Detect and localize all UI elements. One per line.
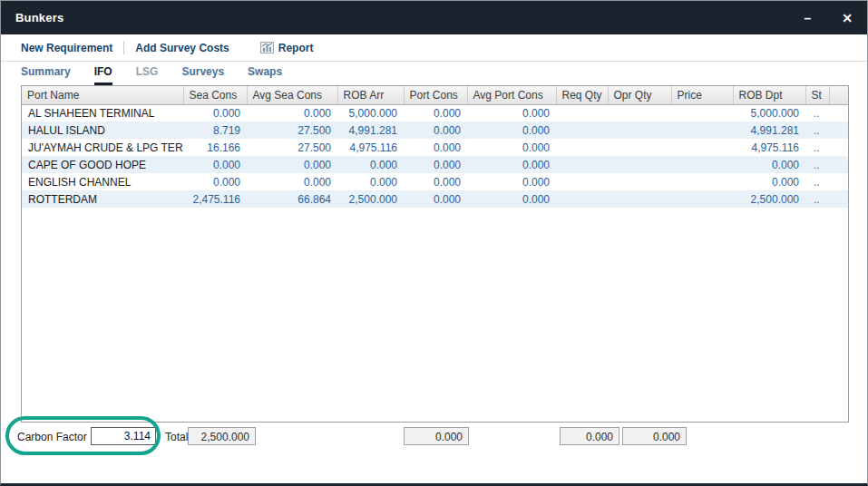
cell-req-qty	[556, 173, 608, 190]
carbon-factor-label: Carbon Factor	[17, 431, 87, 443]
cell-opr-qty	[608, 173, 671, 190]
bunkers-table-container: Port NameSea ConsAvg Sea ConsROB ArrPort…	[21, 85, 849, 423]
tab-summary[interactable]: Summary	[21, 65, 71, 85]
cell-filler	[829, 122, 849, 139]
column-header-avg-port-cons[interactable]: Avg Port Cons	[467, 86, 556, 104]
cell-price	[671, 190, 733, 208]
carbon-factor-input[interactable]	[91, 427, 156, 445]
cell-st: ..	[805, 139, 829, 156]
new-requirement-button[interactable]: New Requirement	[21, 42, 112, 54]
cell-avg-sea-cons: 27.500	[247, 139, 337, 156]
cell-sea-cons: 8.719	[183, 122, 247, 139]
cell-sea-cons: 2,475.116	[183, 190, 247, 208]
cell-port-cons: 0.000	[404, 173, 467, 190]
table-header-row: Port NameSea ConsAvg Sea ConsROB ArrPort…	[22, 86, 849, 104]
cell-opr-qty	[608, 139, 671, 156]
cell-price	[671, 156, 733, 173]
total-req-qty: 0.000	[560, 427, 619, 445]
column-header-opr-qty[interactable]: Opr Qty	[608, 86, 671, 104]
cell-rob-arr: 5,000.000	[337, 104, 404, 122]
cell-rob-dpt: 0.000	[733, 173, 805, 190]
cell-price	[671, 122, 733, 139]
cell-avg-sea-cons: 0.000	[247, 104, 337, 122]
cell-rob-dpt: 4,991.281	[733, 122, 805, 139]
cell-avg-port-cons: 0.000	[467, 104, 556, 122]
bunkers-window: Bunkers – ✕ New Requirement Add Survey C…	[0, 0, 868, 486]
column-header-port-name[interactable]: Port Name	[22, 86, 183, 104]
cell-avg-sea-cons: 0.000	[247, 173, 337, 190]
cell-req-qty	[556, 156, 608, 173]
cell-rob-dpt: 5,000.000	[733, 104, 805, 122]
column-header-st[interactable]: St	[805, 86, 829, 104]
tab-swaps[interactable]: Swaps	[248, 65, 282, 85]
table-row[interactable]: ENGLISH CHANNEL0.0000.0000.0000.0000.000…	[22, 173, 849, 190]
cell-sea-cons: 0.000	[183, 156, 247, 173]
cell-st: ..	[805, 104, 829, 122]
column-header-rob-arr[interactable]: ROB Arr	[337, 86, 404, 104]
report-button[interactable]: Report	[260, 42, 314, 54]
minimize-icon[interactable]: –	[804, 12, 811, 24]
table-row[interactable]: JU'AYMAH CRUDE & LPG TERMIN16.16627.5004…	[22, 139, 849, 156]
cell-filler	[829, 156, 849, 173]
cell-port: CAPE OF GOOD HOPE	[22, 156, 183, 173]
cell-opr-qty	[608, 104, 671, 122]
tab-bar: Summary IFO LSG Surveys Swaps	[1, 62, 867, 85]
cell-opr-qty	[608, 122, 671, 139]
cell-st: ..	[805, 122, 829, 139]
cell-filler	[829, 190, 849, 208]
add-survey-costs-button[interactable]: Add Survey Costs	[135, 42, 229, 54]
cell-port-cons: 0.000	[404, 122, 467, 139]
total-label: Total	[165, 431, 188, 443]
column-header-req-qty[interactable]: Req Qty	[556, 86, 608, 104]
table-body: AL SHAHEEN TERMINAL0.0000.0005,000.0000.…	[22, 104, 849, 208]
cell-filler	[829, 104, 849, 122]
cell-avg-port-cons: 0.000	[467, 190, 556, 208]
column-header-sea-cons[interactable]: Sea Cons	[183, 86, 247, 104]
cell-avg-port-cons: 0.000	[467, 139, 556, 156]
table-row[interactable]: AL SHAHEEN TERMINAL0.0000.0005,000.0000.…	[22, 104, 849, 122]
cell-price	[671, 173, 733, 190]
total-sea-cons: 2,500.000	[188, 427, 256, 445]
report-button-label: Report	[278, 42, 314, 54]
cell-opr-qty	[608, 156, 671, 173]
cell-port: JU'AYMAH CRUDE & LPG TERMIN	[22, 139, 183, 156]
close-icon[interactable]: ✕	[842, 12, 853, 24]
table-row[interactable]: HALUL ISLAND8.71927.5004,991.2810.0000.0…	[22, 122, 849, 139]
tab-lsg[interactable]: LSG	[136, 65, 159, 85]
tab-ifo[interactable]: IFO	[94, 65, 112, 85]
window-controls: – ✕	[804, 12, 853, 24]
title-bar: Bunkers – ✕	[1, 1, 867, 34]
cell-rob-arr: 0.000	[337, 156, 404, 173]
cell-filler	[829, 173, 849, 190]
column-header-price[interactable]: Price	[671, 86, 733, 104]
column-header-filler	[829, 86, 849, 104]
cell-avg-port-cons: 0.000	[467, 173, 556, 190]
cell-port: AL SHAHEEN TERMINAL	[22, 104, 183, 122]
cell-port: HALUL ISLAND	[22, 122, 183, 139]
cell-rob-dpt: 4,975.116	[733, 139, 805, 156]
cell-req-qty	[556, 190, 608, 208]
column-header-avg-sea-cons[interactable]: Avg Sea Cons	[247, 86, 337, 104]
table-row[interactable]: ROTTERDAM2,475.11666.8642,500.0000.0000.…	[22, 190, 849, 208]
cell-port-cons: 0.000	[404, 139, 467, 156]
total-opr-qty: 0.000	[622, 427, 687, 445]
cell-rob-dpt: 2,500.000	[733, 190, 805, 208]
column-header-port-cons[interactable]: Port Cons	[404, 86, 467, 104]
cell-avg-sea-cons: 0.000	[247, 156, 337, 173]
toolbar: New Requirement Add Survey Costs Report	[1, 34, 867, 62]
cell-port: ENGLISH CHANNEL	[22, 173, 183, 190]
cell-port-cons: 0.000	[404, 104, 467, 122]
cell-price	[671, 104, 733, 122]
cell-st: ..	[805, 190, 829, 208]
bar-chart-report-icon	[260, 42, 274, 53]
cell-req-qty	[556, 104, 608, 122]
total-port-cons: 0.000	[404, 427, 469, 445]
cell-sea-cons: 0.000	[183, 173, 247, 190]
cell-price	[671, 139, 733, 156]
table-row[interactable]: CAPE OF GOOD HOPE0.0000.0000.0000.0000.0…	[22, 156, 849, 173]
column-header-rob-dpt[interactable]: ROB Dpt	[733, 86, 805, 104]
cell-st: ..	[805, 173, 829, 190]
cell-rob-arr: 0.000	[337, 173, 404, 190]
cell-filler	[829, 139, 849, 156]
tab-surveys[interactable]: Surveys	[181, 65, 224, 85]
